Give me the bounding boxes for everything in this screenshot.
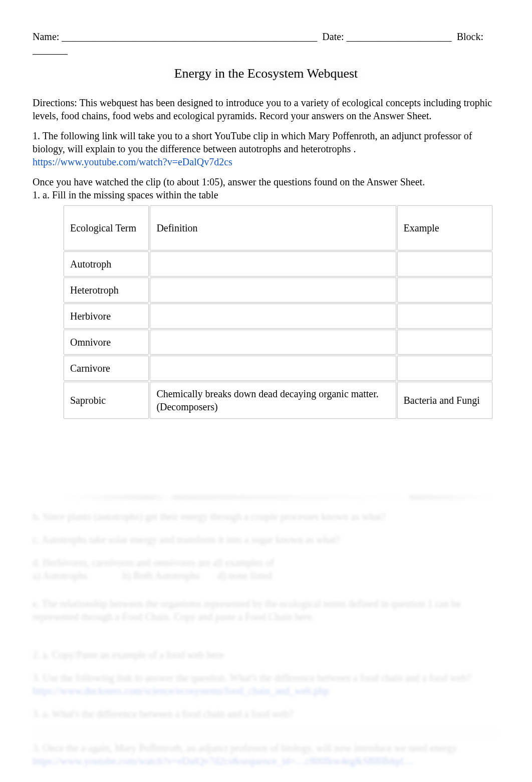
faded-line: 3. Once the a again, Mary Poffenroth, an… xyxy=(33,741,499,767)
after-clip-text: Once you have watched the clip (to about… xyxy=(33,175,499,188)
cell-ex xyxy=(397,278,492,303)
cell-def xyxy=(150,304,396,329)
cell-ex xyxy=(397,251,492,277)
cell-term: Herbivore xyxy=(64,304,149,329)
table-row: Herbivore xyxy=(64,304,492,329)
cell-term: Omnivore xyxy=(64,330,149,355)
youtube-link[interactable]: https://www.youtube.com/watch?v=eDalQv7d… xyxy=(33,156,232,167)
cell-term: Autotroph xyxy=(64,251,149,277)
cell-def xyxy=(150,330,396,355)
table-row: Saprobic Chemically breaks down dead dec… xyxy=(64,382,492,419)
th-ex: Example xyxy=(397,205,492,250)
faded-line: 2. a. Copy/Paste an example of a food we… xyxy=(33,648,499,661)
table-row: Autotroph xyxy=(64,251,492,277)
cell-ex xyxy=(397,330,492,355)
table-row: Heterotroph xyxy=(64,278,492,303)
cell-def xyxy=(150,356,396,381)
cell-def: Chemically breaks down dead decaying org… xyxy=(150,382,396,419)
cell-def xyxy=(150,251,396,277)
directions-text: Directions: This webquest has been desig… xyxy=(33,96,499,122)
name-field-label: Name: __________________________________… xyxy=(33,31,317,42)
table-row: Carnivore xyxy=(64,356,492,381)
table-header-row: Ecological Term Definition Example xyxy=(64,205,492,250)
question-1-intro: 1. The following link will take you to a… xyxy=(33,129,499,168)
question-1a-text: 1. a. Fill in the missing spaces within … xyxy=(33,188,499,201)
page-title: Energy in the Ecosystem Webquest xyxy=(33,65,499,82)
faded-preview-section: b. Since plants (autotrophs) get their e… xyxy=(33,495,499,767)
cell-ex xyxy=(397,356,492,381)
eco-terms-table: Ecological Term Definition Example Autot… xyxy=(63,204,493,420)
header-line: Name: __________________________________… xyxy=(33,30,499,56)
faded-line: 3. Use the following link to answer the … xyxy=(33,671,499,697)
faded-line: 3. a. What's the difference between a fo… xyxy=(33,707,499,720)
faded-line: c. Autotrophs take solar energy and tran… xyxy=(33,533,499,546)
cell-ex xyxy=(397,304,492,329)
faded-link: https://www.youtube.com/watch?v=eDalQv7d… xyxy=(33,755,413,766)
faded-hr xyxy=(33,736,499,736)
date-field-label: Date: _____________________ xyxy=(322,31,451,42)
cell-term: Carnivore xyxy=(64,356,149,381)
faded-line: b. Since plants (autotrophs) get their e… xyxy=(33,510,499,523)
cell-term: Heterotroph xyxy=(64,278,149,303)
th-def: Definition xyxy=(150,205,396,250)
cell-ex: Bacteria and Fungi xyxy=(397,382,492,419)
eco-terms-table-wrap: Ecological Term Definition Example Autot… xyxy=(63,204,499,420)
faded-line: d. Herbivores, carnivores and omnivores … xyxy=(33,556,499,582)
th-term: Ecological Term xyxy=(64,205,149,250)
faded-hr xyxy=(33,730,499,731)
faded-line: e. The relationship between the organism… xyxy=(33,597,499,623)
table-ghost-divider xyxy=(63,495,493,500)
faded-link: https://www.ducksters.com/science/ecosys… xyxy=(33,685,329,696)
cell-def xyxy=(150,278,396,303)
table-row: Omnivore xyxy=(64,330,492,355)
cell-term: Saprobic xyxy=(64,382,149,419)
